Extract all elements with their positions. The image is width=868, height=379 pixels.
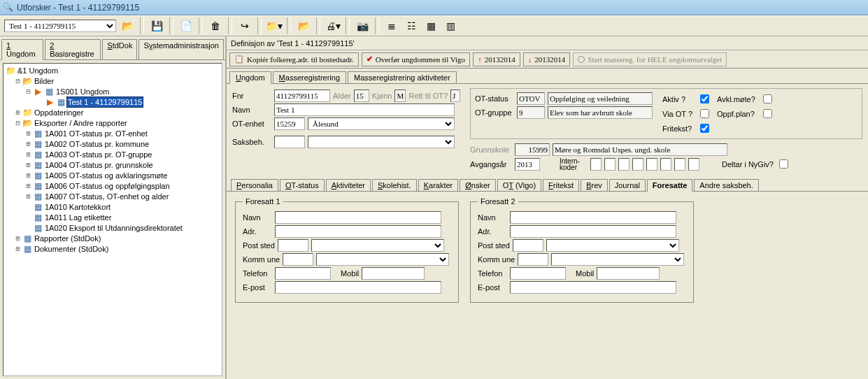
- tab-journal[interactable]: Journal: [609, 179, 646, 191]
- tab-brev[interactable]: Brev: [581, 179, 608, 191]
- tree-node-selected[interactable]: Test 1 - 41129799115: [66, 96, 143, 108]
- internkode-6[interactable]: [660, 158, 671, 171]
- f2-navn-field[interactable]: [510, 211, 676, 224]
- tree-report-item[interactable]: 1A011 Lag etiketter: [43, 213, 113, 222]
- view3-button[interactable]: ▦: [422, 17, 439, 34]
- tree-node-rapporter[interactable]: Rapporter (StdDok): [33, 234, 102, 243]
- tab-otvigo[interactable]: OT (Vigo): [497, 179, 541, 191]
- f2-kommune-code[interactable]: [518, 253, 548, 266]
- fritekst-checkbox[interactable]: [700, 124, 709, 133]
- f2-poststed-select[interactable]: [546, 239, 679, 252]
- f1-telefon-field[interactable]: [275, 267, 331, 280]
- internkode-2[interactable]: [604, 158, 616, 171]
- record-selector[interactable]: Test 1 - 41129799115: [4, 20, 116, 32]
- internkode-3[interactable]: [618, 158, 629, 171]
- transfer-vigo-button[interactable]: ✔Overfør ungdommen til Vigo: [362, 52, 470, 66]
- f1-kommune-select[interactable]: [316, 253, 449, 266]
- folder2-button[interactable]: 📂: [295, 17, 312, 34]
- f2-adr-field[interactable]: [510, 225, 676, 238]
- f2-poststed-code[interactable]: [513, 239, 543, 252]
- f2-mobil-field[interactable]: [597, 267, 660, 280]
- tab-skolehist[interactable]: Skolehist.: [372, 179, 417, 191]
- year-down-button[interactable]: ↓20132014: [523, 52, 571, 66]
- internkode-4[interactable]: [632, 158, 643, 171]
- tree-report-item[interactable]: 1A006 OT-status og oppfølgingsplan: [43, 181, 171, 191]
- viaot-checkbox[interactable]: [700, 109, 709, 118]
- fnr-field[interactable]: [274, 90, 330, 102]
- tree-toggle[interactable]: ⊟: [14, 118, 22, 128]
- save-button[interactable]: 💾: [148, 17, 165, 34]
- f1-poststed-code[interactable]: [278, 239, 308, 252]
- f1-epost-field[interactable]: [275, 281, 441, 294]
- tree-toggle[interactable]: ⊟: [24, 87, 32, 96]
- tree-report-item[interactable]: 1A002 OT-status pr. kommune: [43, 139, 150, 149]
- tab-karakter[interactable]: Karakter: [418, 179, 459, 191]
- copy-folkereg-button[interactable]: 📋Kopiér folkereg.adr. til bostedsadr.: [229, 52, 359, 66]
- internkode-5[interactable]: [646, 158, 657, 171]
- otenhet-select[interactable]: Ålesund: [308, 117, 455, 130]
- tab-onsker[interactable]: Ønsker: [460, 179, 495, 191]
- f1-poststed-select[interactable]: [311, 239, 444, 252]
- tree-node-oppdateringer[interactable]: Oppdateringer: [33, 108, 85, 117]
- tree-report-item[interactable]: 1A020 Eksport til Utdanningsdirektoratet: [43, 223, 184, 233]
- tree-node-bilder[interactable]: Bilder: [33, 76, 55, 86]
- internkode-7[interactable]: [674, 158, 685, 171]
- navn-field[interactable]: [274, 103, 455, 116]
- tab-basisregistre[interactable]: 2 Basisregistre: [45, 39, 101, 59]
- tree-node-1s001[interactable]: 1S001 Ungdom: [55, 87, 111, 96]
- view4-button[interactable]: ▥: [442, 17, 459, 34]
- f2-kommune-select[interactable]: [551, 253, 684, 266]
- saksbeh-select[interactable]: [308, 136, 455, 148]
- tree-report-item[interactable]: 1A003 OT-status pr. OT-gruppe: [43, 150, 153, 159]
- tab-otstatus[interactable]: OT-status: [280, 179, 325, 191]
- copy-icon: 📄: [180, 20, 192, 31]
- tab-ungdom[interactable]: 1 Ungdom: [1, 39, 43, 60]
- f1-navn-field[interactable]: [275, 211, 441, 224]
- delete-button[interactable]: 🗑: [207, 17, 224, 34]
- tree-report-item[interactable]: 1A010 Kartotekkort: [43, 202, 112, 212]
- tree-view[interactable]: 📁&1 Ungdom ⊟📂Bilder ⊟▶▦1S001 Ungdom ▶▦Te…: [3, 63, 222, 376]
- exit-button[interactable]: ↪: [236, 17, 253, 34]
- tree-report-item[interactable]: 1A005 OT-status og avklaringsmøte: [43, 171, 169, 180]
- camera-button[interactable]: 📷: [354, 17, 371, 34]
- f2-telefon-field[interactable]: [510, 267, 566, 280]
- deltar-checkbox[interactable]: [779, 159, 788, 169]
- internkode-1[interactable]: [590, 158, 602, 171]
- tab-fritekst[interactable]: Fritekst: [543, 179, 579, 191]
- aktiv-checkbox[interactable]: [700, 94, 709, 103]
- internkode-8[interactable]: [688, 158, 699, 171]
- tab-masseregistrering-akt[interactable]: Masseregistrering aktiviteter: [348, 71, 457, 83]
- open-folder-button[interactable]: 📂: [119, 17, 136, 34]
- tree-node-eksporter[interactable]: Eksporter / Andre rapporter: [33, 118, 129, 128]
- avgangs-field[interactable]: [515, 158, 540, 171]
- tree-root[interactable]: 📁&1 Ungdom: [5, 65, 220, 76]
- f1-kommune-code[interactable]: [283, 253, 313, 266]
- tab-stddok[interactable]: StdDok: [102, 39, 137, 59]
- tab-personalia[interactable]: Personalia: [231, 179, 278, 191]
- otenhet-code-field[interactable]: [274, 117, 305, 130]
- print-button[interactable]: 🖨▾: [325, 17, 341, 34]
- tab-masseregistrering[interactable]: Masseregistrering: [273, 71, 346, 83]
- year-up-button[interactable]: ↑20132014: [473, 52, 520, 66]
- view1-button[interactable]: ≣: [383, 17, 400, 34]
- tree-toggle[interactable]: ⊞: [14, 108, 22, 117]
- tree-report-item[interactable]: 1A007 OT-status, OT-enhet og alder: [43, 192, 170, 201]
- folder1-button[interactable]: 📁▾: [266, 17, 283, 34]
- avklmote-checkbox[interactable]: [763, 94, 772, 103]
- saksbeh-code-field[interactable]: [274, 136, 305, 148]
- tree-report-item[interactable]: 1A001 OT-status pr. OT-enhet: [43, 129, 149, 138]
- view2-button[interactable]: ☷: [403, 17, 420, 34]
- f1-mobil-field[interactable]: [362, 267, 425, 280]
- copy-button[interactable]: 📄: [178, 17, 194, 34]
- f2-epost-field[interactable]: [510, 281, 676, 294]
- tab-andre-saksbeh[interactable]: Andre saksbeh.: [694, 179, 758, 191]
- oppfplan-checkbox[interactable]: [763, 109, 772, 118]
- tab-foresatte[interactable]: Foresatte: [647, 179, 693, 192]
- tab-ungdom-detail[interactable]: Ungdom: [229, 71, 271, 84]
- tree-toggle[interactable]: ⊟: [14, 76, 22, 86]
- tree-node-dokumenter[interactable]: Dokumenter (StdDok): [33, 244, 110, 254]
- tab-aktiviteter[interactable]: Aktiviteter: [326, 179, 371, 191]
- tree-report-item[interactable]: 1A004 OT-status pr. grunnskole: [43, 160, 155, 170]
- f1-adr-field[interactable]: [275, 225, 441, 238]
- tab-systemadmin[interactable]: Systemadministrasjon: [138, 39, 224, 59]
